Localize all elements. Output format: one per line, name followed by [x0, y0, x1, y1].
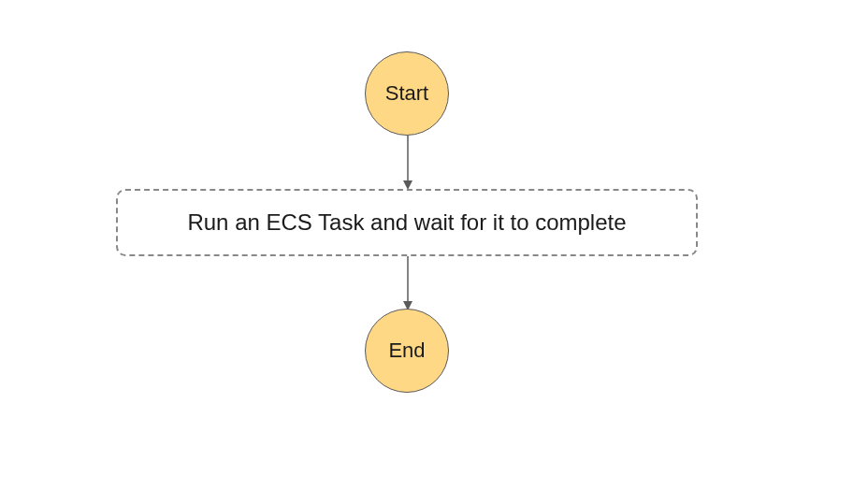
arrow-task-to-end	[402, 256, 413, 310]
end-node: End	[365, 309, 449, 393]
end-label: End	[388, 339, 425, 363]
start-node: Start	[365, 51, 449, 136]
task-label: Run an ECS Task and wait for it to compl…	[187, 209, 626, 236]
flowchart-diagram: Start Run an ECS Task and wait for it to…	[0, 0, 868, 490]
start-label: Start	[385, 81, 428, 106]
task-node: Run an ECS Task and wait for it to compl…	[116, 189, 698, 256]
arrow-start-to-task	[402, 136, 413, 190]
